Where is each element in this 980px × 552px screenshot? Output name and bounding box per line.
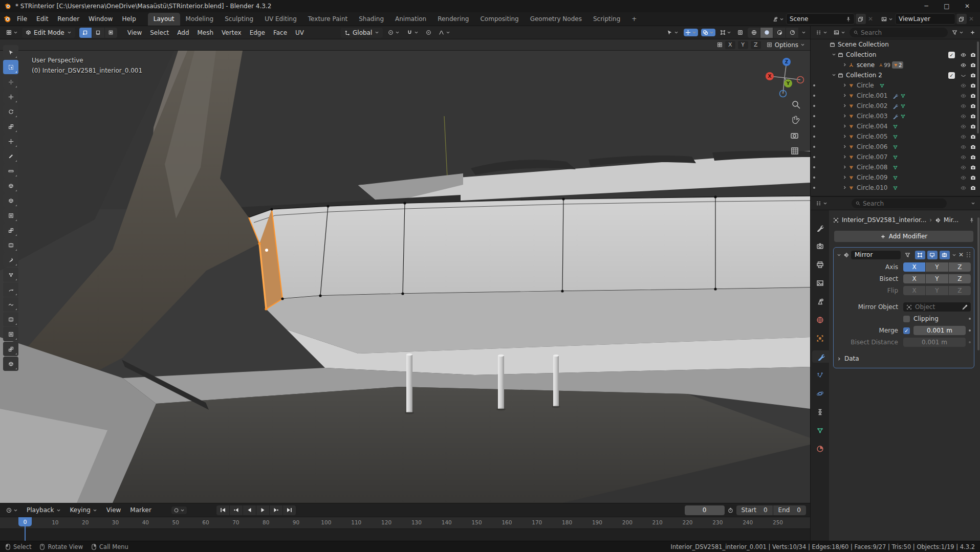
bisect-distance-field[interactable]: 0.001 m [903, 338, 966, 347]
menu-window[interactable]: Window [84, 13, 117, 25]
show-gizmo-button[interactable] [684, 29, 698, 36]
mesh-data-icon[interactable] [879, 83, 885, 89]
breadcrumb-object[interactable]: Interior_DSV2581_interior... [842, 216, 926, 224]
flip-y-button[interactable]: Y [926, 286, 948, 295]
properties-editor-type-button[interactable] [814, 200, 830, 207]
eye-icon[interactable] [958, 52, 968, 58]
pivot-point-button[interactable] [386, 29, 402, 36]
properties-scrollbar[interactable] [977, 217, 979, 350]
viewport-canvas[interactable]: X Z Y User Perspective (0) Interior_DSV2… [0, 51, 810, 503]
viewport-menu-select[interactable]: Select [146, 28, 173, 38]
outliner-row[interactable]: Circle.006 [811, 142, 980, 152]
merge-checkbox[interactable]: ✓ [903, 327, 910, 334]
tool-cursor[interactable] [3, 75, 18, 89]
jump-end-button[interactable] [283, 505, 296, 515]
disclosure-closed-icon[interactable] [842, 82, 847, 89]
render-display-toggle[interactable] [940, 251, 950, 259]
mesh-data-icon[interactable] [900, 103, 906, 109]
frame-start-field[interactable]: Start 0 [736, 505, 773, 515]
eyedropper-icon[interactable] [962, 304, 968, 310]
tool-add-cube[interactable] [3, 179, 18, 193]
eye-icon[interactable] [958, 165, 968, 170]
viewport-menu-edge[interactable]: Edge [246, 28, 269, 38]
outliner-row[interactable]: Scene Collection [811, 39, 980, 50]
show-object-types-button[interactable] [665, 29, 681, 36]
timeline-menu-view[interactable]: View [102, 504, 125, 516]
timeline-ruler[interactable]: 0 10203040506070809010011012013014015016… [0, 517, 810, 529]
decorator-dot[interactable] [969, 329, 971, 332]
disclosure-closed-icon[interactable] [842, 102, 847, 109]
scene-unlink-icon[interactable]: ✕ [868, 15, 873, 23]
snap-target-icon[interactable] [767, 42, 772, 48]
mirror-object-field[interactable]: Object [903, 302, 971, 312]
workspace-tab-scripting[interactable]: Scripting [587, 13, 626, 26]
data-subpanel-toggle[interactable]: Data [837, 354, 971, 364]
properties-tab-world[interactable] [812, 314, 827, 326]
timeline-menu-keying[interactable]: Keying [66, 504, 102, 516]
jump-start-button[interactable] [216, 505, 229, 515]
timeline-editor-type-button[interactable] [4, 506, 20, 514]
outliner-item-label[interactable]: Circle.005 [857, 133, 887, 140]
modifier-wrench-icon[interactable] [892, 103, 898, 109]
disclosure-closed-icon[interactable] [842, 143, 847, 150]
merge-value-field[interactable]: 0.001 m [913, 326, 966, 335]
outliner-item-label[interactable]: Circle.003 [857, 113, 887, 120]
outliner-scrollbar[interactable] [977, 41, 979, 134]
eye-icon[interactable] [958, 144, 968, 150]
camera-visibility-icon[interactable] [968, 114, 977, 119]
exclude-checkbox[interactable]: ✓ [948, 72, 955, 79]
mesh-data-icon[interactable] [900, 93, 906, 99]
properties-tab-constraints[interactable] [812, 406, 827, 418]
mirror-x-toggle[interactable]: X [725, 41, 735, 49]
properties-tab-material[interactable] [812, 443, 827, 455]
disclosure-closed-icon[interactable] [842, 184, 847, 191]
viewport-menu-vertex[interactable]: Vertex [217, 28, 246, 38]
vertex-select-button[interactable] [79, 28, 92, 38]
properties-search-input[interactable] [863, 200, 943, 207]
outliner-row[interactable]: Circle.007 [811, 152, 980, 162]
outliner-item-label[interactable]: scene [857, 61, 875, 69]
outliner-row[interactable]: Circle.001 [811, 91, 980, 101]
show-overlays-button[interactable] [701, 29, 715, 36]
viewlayer-browse-icon[interactable] [879, 15, 895, 23]
outliner-item-label[interactable]: Collection 2 [846, 72, 882, 79]
eye-icon[interactable] [958, 114, 968, 119]
outliner-row[interactable]: Circle.009 [811, 172, 980, 183]
camera-visibility-icon[interactable] [968, 144, 977, 150]
workspace-tab-shading[interactable]: Shading [353, 13, 389, 26]
proportional-editing-button[interactable] [424, 29, 433, 36]
outliner-item-label[interactable]: Circle.006 [857, 143, 887, 150]
tool-move[interactable] [3, 90, 18, 104]
minimize-button[interactable]: ─ [923, 3, 930, 10]
tool-inset-faces[interactable] [3, 208, 18, 223]
outliner-item-label[interactable]: Circle.001 [857, 92, 887, 99]
viewlayer-name-field[interactable]: ViewLayer [895, 13, 955, 25]
proportional-falloff-button[interactable] [437, 29, 452, 36]
outliner-item-label[interactable]: Scene Collection [838, 41, 889, 48]
workspace-tab-sculpting[interactable]: Sculpting [219, 13, 259, 26]
play-reverse-button[interactable] [243, 505, 256, 515]
mesh-data-icon[interactable] [892, 165, 898, 170]
eye-icon[interactable] [958, 93, 968, 99]
tool-rip-region[interactable] [3, 357, 18, 371]
shading-options-chevron[interactable] [801, 30, 806, 35]
tool-select-box[interactable] [3, 60, 18, 74]
playhead[interactable]: 0 [18, 517, 32, 526]
tool-extrude-region[interactable] [3, 193, 18, 208]
pin-icon[interactable] [969, 217, 974, 223]
menu-edit[interactable]: Edit [32, 13, 53, 25]
edge-select-button[interactable] [92, 28, 104, 38]
mode-dropdown[interactable]: Edit Mode [22, 28, 75, 38]
properties-tab-object-data[interactable] [812, 424, 827, 436]
disclosure-closed-icon[interactable] [842, 153, 847, 161]
edit-mode-display-toggle[interactable] [903, 251, 913, 259]
current-frame-field[interactable]: 0 [685, 505, 725, 515]
tool-shear[interactable] [3, 342, 18, 356]
scene-browse-icon[interactable] [770, 15, 786, 23]
properties-tab-output[interactable] [812, 258, 827, 271]
workspace-tab-layout[interactable]: Layout [148, 13, 180, 26]
xray-settings-button[interactable] [718, 29, 733, 36]
workspace-tab-animation[interactable]: Animation [389, 13, 432, 26]
tool-edge-slide[interactable] [3, 312, 18, 326]
axis-x-button[interactable]: X [903, 262, 925, 272]
